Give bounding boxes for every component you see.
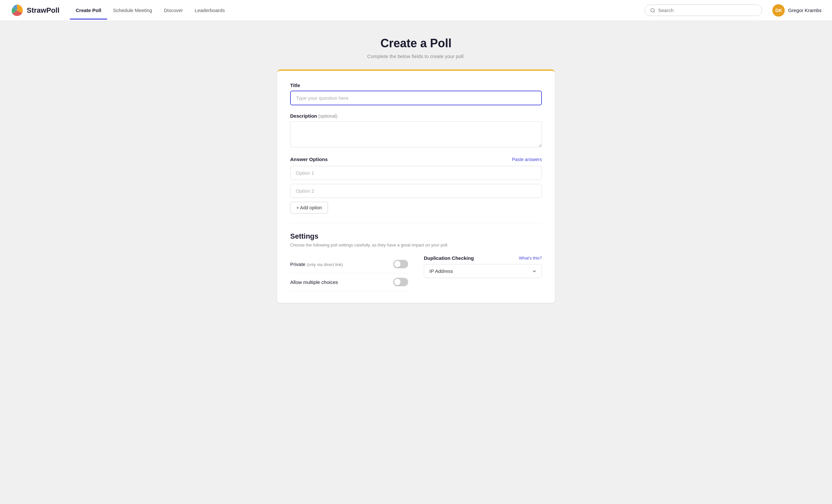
logo-icon [10,4,24,17]
allow-multiple-label: Allow multiple choices [290,280,338,285]
page-title: Create a Poll [277,36,555,50]
user-name: Gregor Krambs [788,7,822,13]
answer-options-header: Answer Options Paste answers [290,157,542,162]
settings-grid: Private(only via direct link) Allow mult… [290,255,542,291]
svg-point-1 [651,8,654,12]
dup-check-label: Duplication Checking [424,255,474,261]
search-input[interactable] [658,7,756,13]
title-label: Title [290,82,542,88]
user-area[interactable]: GK Gregor Krambs [772,4,822,17]
answer-options-label: Answer Options [290,157,328,162]
description-textarea[interactable] [290,121,542,148]
answer-options-group: Answer Options Paste answers + Add optio… [290,157,542,214]
title-input[interactable] [290,90,542,105]
page-subtitle: Complete the below fields to create your… [277,53,555,59]
private-setting-row: Private(only via direct link) [290,255,408,273]
search-icon [650,8,655,13]
title-field-group: Title [290,82,542,105]
what-this-link[interactable]: What's this? [519,256,542,261]
description-label: Description(optional) [290,113,542,119]
settings-section: Settings Choose the following poll setti… [290,232,542,291]
nav-discover[interactable]: Discover [158,1,189,20]
allow-multiple-toggle[interactable] [393,278,408,286]
logo[interactable]: StrawPoll [10,4,59,17]
private-toggle[interactable] [393,260,408,268]
add-option-button[interactable]: + Add option [290,202,328,214]
dup-check-header: Duplication Checking What's this? [424,255,542,261]
settings-right: Duplication Checking What's this? IP Add… [424,255,542,291]
option-1-input[interactable] [290,166,542,180]
settings-left: Private(only via direct link) Allow mult… [290,255,408,291]
duplication-select[interactable]: IP Address Cookies None [424,264,542,278]
description-field-group: Description(optional) [290,113,542,149]
nav-create-poll[interactable]: Create Poll [70,1,107,20]
private-label: Private(only via direct link) [290,262,343,267]
main-content: Create a Poll Complete the below fields … [269,21,563,329]
nav-leaderboards[interactable]: Leaderboards [189,1,231,20]
nav-schedule-meeting[interactable]: Schedule Meeting [107,1,158,20]
settings-subtitle: Choose the following poll settings caref… [290,242,542,247]
option-2-input[interactable] [290,184,542,198]
multiple-choices-row: Allow multiple choices [290,273,408,291]
paste-answers-link[interactable]: Paste answers [512,157,542,162]
settings-title: Settings [290,232,542,241]
search-bar [645,5,762,16]
svg-line-2 [654,11,655,12]
nav-links: Create Poll Schedule Meeting Discover Le… [70,1,634,20]
logo-text: StrawPoll [27,6,59,15]
form-card: Title Description(optional) Answer Optio… [277,70,555,303]
navbar: StrawPoll Create Poll Schedule Meeting D… [0,0,832,21]
section-divider [290,223,542,223]
avatar: GK [772,4,785,17]
